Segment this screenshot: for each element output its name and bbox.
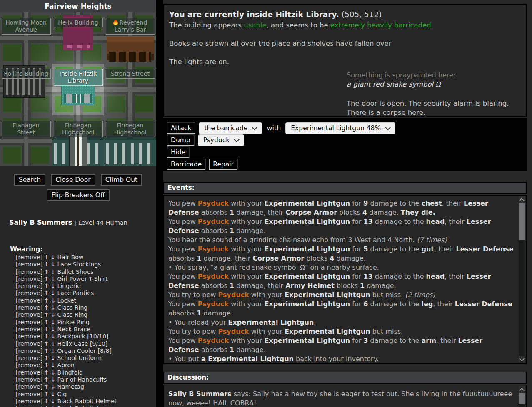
remove-link[interactable]: [remove]: [16, 319, 42, 325]
remove-link[interactable]: [remove]: [16, 340, 42, 347]
attack-button[interactable]: Attack: [167, 123, 195, 134]
move-down-icon[interactable]: ↓: [51, 340, 56, 347]
barricade-button[interactable]: Barricade: [167, 159, 205, 170]
move-down-icon[interactable]: ↓: [51, 391, 56, 397]
text-segment: damage.: [201, 309, 233, 317]
remove-link[interactable]: [remove]: [16, 326, 42, 333]
map-tile-helix-building[interactable]: Helix Building: [52, 12, 104, 64]
hide-button[interactable]: Hide: [167, 147, 189, 158]
events-scroll-thumb[interactable]: [519, 204, 525, 240]
remove-link[interactable]: [remove]: [16, 376, 42, 383]
text-segment: You pew: [168, 245, 198, 253]
remove-link[interactable]: [remove]: [16, 405, 42, 407]
search-button[interactable]: Search: [14, 174, 45, 186]
flip-breakers-off-button[interactable]: Flip Breakers Off: [47, 189, 109, 201]
move-up-icon[interactable]: ↑: [44, 347, 49, 354]
move-down-icon[interactable]: ↓: [51, 283, 56, 289]
text-segment: 1: [197, 254, 201, 262]
move-down-icon[interactable]: ↓: [51, 304, 56, 311]
remove-link[interactable]: [remove]: [16, 290, 42, 296]
map-tile-howling-moon-avenue[interactable]: Howling Moon Avenue: [0, 12, 52, 64]
move-up-icon[interactable]: ↑: [44, 391, 49, 397]
move-down-icon[interactable]: ↓: [51, 261, 56, 268]
move-down-icon[interactable]: ↓: [51, 319, 56, 325]
remove-link[interactable]: [remove]: [16, 383, 42, 390]
remove-link[interactable]: [remove]: [16, 355, 42, 361]
move-up-icon[interactable]: ↑: [44, 362, 49, 368]
repair-button[interactable]: Repair: [209, 159, 237, 170]
remove-link[interactable]: [remove]: [16, 283, 42, 289]
map-tile-finnegan-highschool[interactable]: Finnegan Highschool: [52, 115, 104, 166]
move-down-icon[interactable]: ↓: [51, 311, 56, 318]
move-up-icon[interactable]: ↑: [44, 326, 49, 333]
move-down-icon[interactable]: ↓: [51, 347, 56, 354]
move-down-icon[interactable]: ↓: [51, 405, 56, 407]
move-down-icon[interactable]: ↓: [51, 362, 56, 368]
move-down-icon[interactable]: ↓: [51, 275, 56, 282]
move-down-icon[interactable]: ↓: [51, 333, 56, 340]
remove-link[interactable]: [remove]: [16, 261, 42, 268]
weapon-select[interactable]: Experimental Lightgun 48%: [285, 122, 395, 134]
climb-out-button[interactable]: Climb Out: [101, 174, 142, 186]
move-up-icon[interactable]: ↑: [44, 383, 49, 390]
remove-link[interactable]: [remove]: [16, 297, 42, 304]
move-up-icon[interactable]: ↑: [44, 340, 49, 347]
events-scrollbar[interactable]: [519, 196, 525, 362]
move-up-icon[interactable]: ↑: [44, 398, 49, 405]
remove-link[interactable]: [remove]: [16, 347, 42, 354]
remove-link[interactable]: [remove]: [16, 333, 42, 340]
move-up-icon[interactable]: ↑: [44, 333, 49, 340]
move-down-icon[interactable]: ↓: [51, 376, 56, 383]
map-tile-strong-street[interactable]: Strong Street: [104, 64, 156, 115]
move-up-icon[interactable]: ↑: [44, 319, 49, 325]
move-up-icon[interactable]: ↑: [44, 376, 49, 383]
scroll-up-icon[interactable]: [519, 386, 525, 393]
move-up-icon[interactable]: ↑: [44, 290, 49, 296]
move-up-icon[interactable]: ↑: [44, 304, 49, 311]
attack-target-select[interactable]: the barricade: [199, 122, 262, 134]
move-down-icon[interactable]: ↓: [51, 290, 56, 296]
text-segment: Experimental Lightgun: [264, 218, 350, 226]
dump-button[interactable]: Dump: [167, 135, 194, 146]
move-up-icon[interactable]: ↑: [44, 405, 49, 407]
discussion-scroll-thumb[interactable]: [519, 393, 525, 404]
move-up-icon[interactable]: ↑: [44, 275, 49, 282]
discussion-scrollbar[interactable]: [519, 386, 525, 407]
remove-link[interactable]: [remove]: [16, 398, 42, 405]
move-up-icon[interactable]: ↑: [44, 268, 49, 275]
remove-link[interactable]: [remove]: [16, 275, 42, 282]
move-up-icon[interactable]: ↑: [44, 369, 49, 376]
remove-link[interactable]: [remove]: [16, 369, 42, 376]
remove-link[interactable]: [remove]: [16, 362, 42, 368]
move-up-icon[interactable]: ↑: [44, 311, 49, 318]
move-down-icon[interactable]: ↓: [51, 355, 56, 361]
move-down-icon[interactable]: ↓: [51, 254, 56, 261]
scroll-up-icon[interactable]: [519, 196, 525, 203]
remove-link[interactable]: [remove]: [16, 254, 42, 261]
move-up-icon[interactable]: ↑: [44, 355, 49, 361]
map-tile-finnegan-highschool-2[interactable]: Finnegan Highschool: [104, 115, 156, 166]
move-down-icon[interactable]: ↓: [51, 326, 56, 333]
remove-link[interactable]: [remove]: [16, 391, 42, 397]
remove-link[interactable]: [remove]: [16, 268, 42, 275]
move-down-icon[interactable]: ↓: [51, 369, 56, 376]
dump-target-select[interactable]: Psyduck: [198, 134, 244, 146]
text-segment: a Experimental Lightgun: [201, 355, 294, 363]
move-up-icon[interactable]: ↑: [44, 297, 49, 304]
map-tile-reverend-larry-s-bar[interactable]: Reverend Larry's Bar: [104, 12, 156, 64]
move-down-icon[interactable]: ↓: [51, 297, 56, 304]
close-door-button[interactable]: Close Door: [51, 174, 95, 186]
move-up-icon[interactable]: ↑: [44, 261, 49, 268]
text-segment: Experimental Lightgun: [264, 273, 350, 280]
map-tile-rollins-building[interactable]: Rollins Building: [0, 64, 52, 115]
remove-link[interactable]: [remove]: [16, 311, 42, 318]
move-up-icon[interactable]: ↑: [44, 254, 49, 261]
map-tile-inside-hiltzik-library[interactable]: Inside Hiltzik Library: [52, 64, 104, 115]
move-down-icon[interactable]: ↓: [51, 383, 56, 390]
move-down-icon[interactable]: ↓: [51, 268, 56, 275]
map-tile-flanagan-street[interactable]: Flanagan Street: [0, 115, 52, 166]
remove-link[interactable]: [remove]: [16, 304, 42, 311]
scroll-down-icon[interactable]: [519, 356, 525, 362]
move-up-icon[interactable]: ↑: [44, 283, 49, 289]
move-down-icon[interactable]: ↓: [51, 398, 56, 405]
